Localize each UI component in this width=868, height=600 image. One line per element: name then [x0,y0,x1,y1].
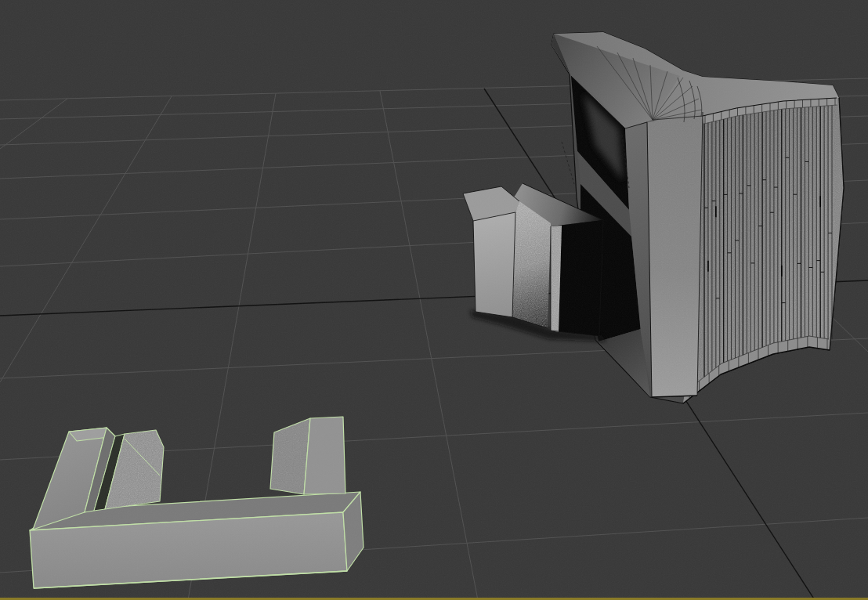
viewport-overlay [0,0,868,600]
scene-canvas [0,0,868,600]
viewport-3d[interactable] [0,0,868,600]
film-grain [0,0,868,600]
